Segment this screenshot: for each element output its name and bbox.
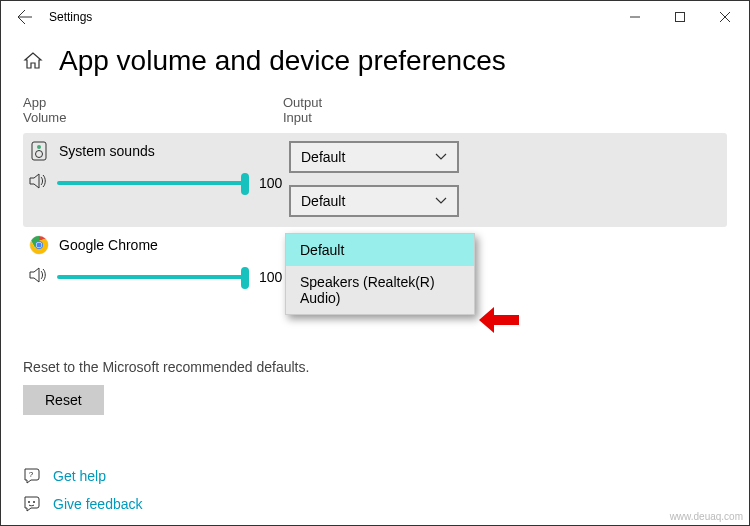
system-sounds-label: System sounds bbox=[59, 143, 155, 159]
col-output-label: Output bbox=[283, 95, 322, 110]
col-volume-label: Volume bbox=[23, 110, 283, 125]
help-icon: ? bbox=[23, 467, 41, 485]
col-input-label: Input bbox=[283, 110, 322, 125]
minimize-icon bbox=[630, 12, 640, 22]
close-icon bbox=[720, 12, 730, 22]
content: App Volume Output Input System sounds bbox=[1, 95, 749, 299]
arrow-annotation bbox=[479, 307, 519, 333]
feedback-link[interactable]: Give feedback bbox=[23, 495, 143, 513]
back-arrow-icon bbox=[17, 9, 33, 25]
app-row-chrome: Google Chrome 100 Default Speakers (Real… bbox=[23, 227, 727, 299]
system-volume-value: 100 bbox=[259, 175, 289, 191]
chrome-icon bbox=[29, 235, 49, 255]
window-title: Settings bbox=[49, 10, 92, 24]
close-button[interactable] bbox=[702, 1, 747, 33]
svg-point-13 bbox=[33, 501, 35, 503]
app-row-system: System sounds 100 Default Default bbox=[23, 133, 727, 227]
system-volume-slider[interactable] bbox=[57, 171, 249, 195]
get-help-label: Get help bbox=[53, 468, 106, 484]
dropdown-option-speakers[interactable]: Speakers (Realtek(R) Audio) bbox=[286, 266, 474, 314]
maximize-icon bbox=[675, 12, 685, 22]
reset-section: Reset to the Microsoft recommended defau… bbox=[1, 359, 749, 415]
volume-icon bbox=[29, 267, 47, 287]
feedback-icon bbox=[23, 495, 41, 513]
system-sounds-icon bbox=[29, 141, 49, 161]
system-input-value: Default bbox=[301, 193, 345, 209]
svg-rect-1 bbox=[675, 13, 684, 22]
back-button[interactable] bbox=[3, 1, 47, 33]
chrome-output-dropdown: Default Speakers (Realtek(R) Audio) bbox=[285, 233, 475, 315]
reset-description: Reset to the Microsoft recommended defau… bbox=[23, 359, 727, 375]
feedback-label: Give feedback bbox=[53, 496, 143, 512]
titlebar: Settings bbox=[1, 1, 749, 33]
svg-point-6 bbox=[36, 151, 43, 158]
reset-button[interactable]: Reset bbox=[23, 385, 104, 415]
system-input-select[interactable]: Default bbox=[289, 185, 459, 217]
system-output-select[interactable]: Default bbox=[289, 141, 459, 173]
svg-point-5 bbox=[37, 145, 41, 149]
page-title: App volume and device preferences bbox=[59, 45, 506, 77]
chevron-down-icon bbox=[435, 197, 447, 205]
volume-icon bbox=[29, 173, 47, 193]
chrome-label: Google Chrome bbox=[59, 237, 158, 253]
svg-point-12 bbox=[28, 501, 30, 503]
watermark: www.deuaq.com bbox=[670, 511, 743, 522]
footer: ? Get help Give feedback bbox=[23, 467, 143, 513]
header: App volume and device preferences bbox=[1, 33, 749, 95]
system-output-value: Default bbox=[301, 149, 345, 165]
svg-text:?: ? bbox=[29, 470, 34, 479]
minimize-button[interactable] bbox=[612, 1, 657, 33]
column-headers: App Volume Output Input bbox=[23, 95, 727, 125]
maximize-button[interactable] bbox=[657, 1, 702, 33]
svg-point-10 bbox=[37, 243, 42, 248]
col-app-label: App bbox=[23, 95, 283, 110]
home-icon[interactable] bbox=[23, 51, 43, 71]
chevron-down-icon bbox=[435, 153, 447, 161]
window-controls bbox=[612, 1, 747, 33]
chrome-volume-slider[interactable] bbox=[57, 265, 249, 289]
dropdown-option-default[interactable]: Default bbox=[286, 234, 474, 266]
get-help-link[interactable]: ? Get help bbox=[23, 467, 143, 485]
